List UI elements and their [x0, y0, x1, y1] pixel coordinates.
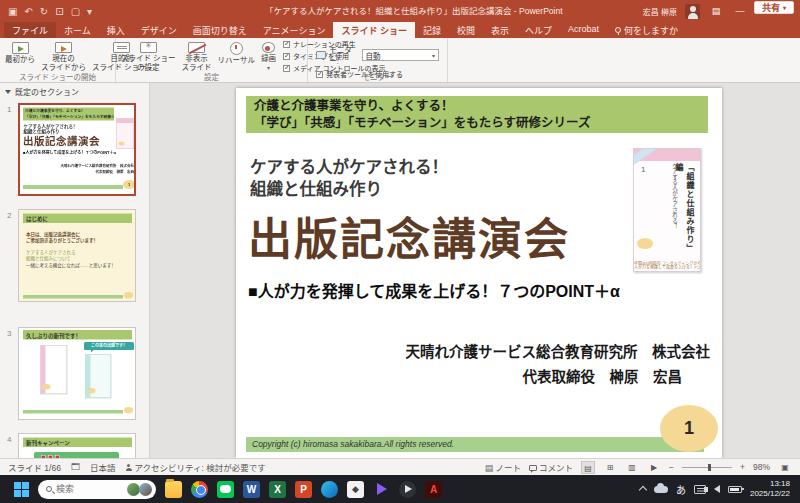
setup-slideshow-button[interactable]: スライド ショー の設定 — [118, 40, 179, 72]
tab-record[interactable]: 記録 — [415, 22, 449, 38]
minimize-button[interactable]: — — [732, 0, 748, 22]
tab-transitions[interactable]: 画面切り替え — [185, 22, 255, 38]
book-cover-image[interactable]: 1 「組織と仕組み作り」編 ケアする人がケアされる！ 年間400回超の コンサル… — [633, 148, 701, 272]
new-file-icon[interactable]: ▢ — [71, 6, 80, 17]
notes-app-icon[interactable]: ◆ — [347, 481, 364, 498]
edge-icon[interactable] — [321, 481, 338, 498]
word-icon[interactable]: W — [243, 481, 260, 498]
record-icon — [262, 42, 275, 53]
thumbnail-slide-1[interactable]: 介護と介護事業を守り、よくする！「学び」「共感」「モチベーション」をもたらす研修… — [18, 103, 136, 196]
comments-button[interactable]: コメント — [529, 461, 573, 473]
copyright-bar-mini — [23, 295, 123, 299]
search-input[interactable] — [56, 484, 116, 494]
speaker-icon[interactable] — [714, 485, 720, 493]
company-name: 天晴れ介護サービス総合教育研究所 株式会社 — [406, 340, 711, 365]
from-beginning-button[interactable]: 最初から — [2, 40, 38, 72]
notes-button[interactable]: ▤ ノート — [485, 461, 521, 473]
monitor-dropdown[interactable]: 自動▾ — [362, 49, 439, 61]
book-cover-pink — [40, 345, 67, 394]
redo-icon[interactable]: ↻ — [40, 6, 48, 17]
tell-me-label: 何をしますか — [624, 24, 678, 37]
slideshow-view-button[interactable]: ▶ — [647, 461, 661, 474]
media-player-icon[interactable] — [399, 481, 416, 498]
clock[interactable]: 13:18 2025/12/22 — [750, 479, 790, 499]
taskbar-search-box[interactable] — [38, 480, 156, 499]
tab-review[interactable]: 校閲 — [449, 22, 483, 38]
hide-slide-button[interactable]: 非表示 スライド — [179, 40, 215, 72]
slide-number: 3 — [7, 329, 11, 338]
share-button[interactable]: 共有 ▾ — [754, 1, 794, 14]
tab-file[interactable]: ファイル — [4, 22, 56, 38]
qat-dropdown-icon[interactable]: ▾ — [87, 6, 92, 17]
thumbnail-slide-2[interactable]: はじめに 本日は、出版記念講演会に ご参加頂きありがとうございます！ ケアする人… — [18, 209, 136, 302]
zoom-percent[interactable]: 98% — [753, 462, 770, 472]
tray-chevron-icon[interactable] — [639, 486, 647, 494]
section-header[interactable]: 既定のセクション — [5, 86, 79, 97]
comment-icon — [529, 465, 537, 471]
avatar[interactable] — [685, 4, 700, 19]
group-start-slideshow: 最初から 現在の スライドから 目的別 スライド ショー ▾ スライド ショーの… — [0, 38, 116, 82]
slide-number: 1 — [7, 105, 11, 114]
battery-icon[interactable] — [728, 486, 742, 493]
slide-sorter-view-button[interactable]: ⊞ — [603, 461, 617, 474]
save-icon[interactable]: ▣ — [8, 6, 17, 17]
rehearse-timings-button[interactable]: リハーサル — [215, 40, 258, 72]
normal-view-button[interactable]: ▤ — [581, 461, 595, 474]
hidden-slide-icon — [188, 42, 205, 53]
zoom-slider[interactable] — [682, 467, 732, 468]
tell-me-box[interactable]: 何をしますか — [607, 22, 686, 38]
thumbnail-slide-3[interactable]: 久しぶりの新刊です！ この本の話題です！ — [18, 327, 136, 420]
tab-design[interactable]: デザイン — [133, 22, 185, 38]
company-textbox[interactable]: 天晴れ介護サービス総合教育研究所 株式会社 代表取締役 榊原 宏昌 — [406, 340, 711, 390]
excel-icon[interactable]: X — [269, 481, 286, 498]
tab-animations[interactable]: アニメーション — [255, 22, 334, 38]
zoom-slider-thumb[interactable] — [708, 464, 711, 471]
slide-counter: スライド 1/66 — [8, 461, 61, 473]
file-explorer-icon[interactable] — [165, 481, 182, 498]
subtitle-line-2[interactable]: 組織と仕組み作り — [250, 176, 382, 200]
slide-thumbnail-pane: 既定のセクション 1 介護と介護事業を守り、よくする！「学び」「共感」「モチベー… — [0, 83, 150, 458]
zoom-in-button[interactable]: + — [740, 462, 745, 472]
record-button[interactable]: 録画 ▾ — [258, 40, 279, 72]
tab-help[interactable]: ヘルプ — [517, 22, 560, 38]
tab-acrobat[interactable]: Acrobat — [560, 22, 607, 38]
chevron-down-icon: ▾ — [783, 4, 786, 11]
tab-insert[interactable]: 挿入 — [99, 22, 133, 38]
fit-to-window-button[interactable]: ▣ — [778, 461, 792, 474]
tab-view[interactable]: 表示 — [483, 22, 517, 38]
accessibility-checker[interactable]: アクセシビリティ: 検討が必要です — [125, 461, 265, 473]
zoom-out-button[interactable]: − — [669, 462, 674, 472]
language-indicator[interactable]: 日本語 — [90, 461, 116, 473]
ime-indicator[interactable]: あ — [676, 482, 686, 497]
acrobat-icon[interactable]: A — [425, 481, 442, 498]
onedrive-icon[interactable] — [654, 486, 668, 493]
slideshow-icon[interactable]: ⊡ — [55, 6, 63, 17]
speech-bubble: この本の話題です！ — [84, 342, 134, 350]
tab-home[interactable]: ホーム — [56, 22, 99, 38]
undo-icon[interactable]: ↶ — [24, 6, 32, 17]
powerpoint-icon[interactable]: P — [295, 481, 312, 498]
copyright-bar[interactable]: Copyright (c) hiromasa sakakibara.All ri… — [246, 437, 704, 452]
play-screen-icon — [55, 42, 72, 53]
chrome-icon[interactable] — [191, 481, 208, 498]
book-badge — [637, 238, 653, 249]
media-app-icon[interactable] — [373, 481, 390, 498]
start-button[interactable] — [14, 482, 29, 497]
slide-main-title[interactable]: 出版記念講演会 — [248, 204, 570, 268]
section-label: 既定のセクション — [15, 86, 79, 97]
from-current-slide-button[interactable]: 現在の スライドから — [38, 40, 89, 72]
tab-slideshow[interactable]: スライド ショー — [333, 22, 415, 38]
user-name: 宏昌 榊原 — [643, 6, 677, 17]
reading-view-button[interactable]: ▥ — [625, 461, 639, 474]
ribbon-display-options-icon[interactable]: ▤ — [708, 0, 724, 22]
series-banner-textbox[interactable]: 介護と介護事業を守り、よくする！ 「学び」「共感」「モチベーション」をもたらす研… — [246, 96, 708, 133]
monitor-label: モニター: — [329, 44, 358, 66]
powerpoint-window: ▣ ↶ ↻ ⊡ ▢ ▾ 「ケアする人がケアされる！組織と仕組み作り」出版記念講演… — [0, 0, 800, 503]
slide-canvas[interactable]: 介護と介護事業を守り、よくする！ 「学び」「共感」「モチベーション」をもたらす研… — [236, 88, 722, 458]
subtitle-line-1[interactable]: ケアする人がケアされる！ — [250, 154, 448, 178]
point-line-textbox[interactable]: ■人が力を発揮して成果を上げる！７つのPOINT＋α — [248, 278, 620, 302]
page-number-ellipse[interactable]: 1 — [660, 405, 718, 452]
lightbulb-icon — [615, 27, 621, 33]
thumbnail-slide-4[interactable]: 新刊キャンペーン — [18, 433, 136, 458]
line-app-icon[interactable] — [217, 481, 234, 498]
